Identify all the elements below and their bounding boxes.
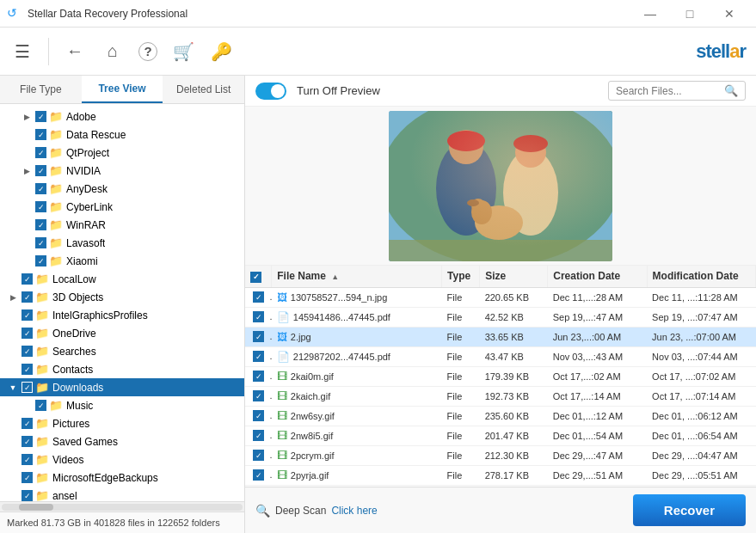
tree-item[interactable]: ✓📁ansel (0, 487, 244, 501)
tree-checkbox[interactable]: ✓ (35, 165, 46, 176)
row-checkbox[interactable]: ✓ (253, 390, 264, 401)
row-checkbox[interactable]: ✓ (253, 410, 264, 421)
expand-icon[interactable] (21, 237, 33, 249)
tree-item[interactable]: ✓📁Videos (0, 450, 244, 469)
tree-checkbox[interactable]: ✓ (35, 129, 46, 140)
tree-item[interactable]: ✓📁Pictures (0, 414, 244, 432)
expand-icon[interactable] (21, 400, 33, 412)
col-header-type[interactable]: Type (442, 266, 480, 287)
row-checkbox[interactable]: ✓ (253, 351, 264, 362)
expand-icon[interactable] (7, 418, 19, 430)
tree-checkbox[interactable]: ✓ (22, 490, 33, 501)
tree-item[interactable]: ▶✓📁NVIDIA (0, 162, 244, 180)
tree-checkbox[interactable]: ✓ (22, 328, 33, 339)
col-header-creation[interactable]: Creation Date (548, 266, 647, 287)
col-header-modified[interactable]: Modification Date (647, 266, 755, 287)
expand-icon[interactable] (21, 255, 33, 267)
tree-checkbox[interactable]: ✓ (22, 364, 33, 375)
preview-toggle[interactable] (255, 83, 286, 100)
maximize-button[interactable]: □ (670, 0, 710, 28)
tree-item[interactable]: ✓📁Contacts (0, 360, 244, 378)
col-header-filename[interactable]: File Name ▲ (272, 266, 442, 287)
tree-item[interactable]: ✓📁Saved Games (0, 432, 244, 450)
tree-item[interactable]: ▼✓📁Downloads (0, 378, 244, 396)
tree-checkbox[interactable]: ✓ (35, 237, 46, 248)
tree-item[interactable]: ✓📁LocalLow (0, 270, 244, 288)
row-checkbox[interactable]: ✓ (253, 469, 264, 481)
table-row[interactable]: ✓🖼130758527...594_n.jpgFile220.65 KBDec … (245, 287, 756, 307)
expand-icon[interactable] (21, 219, 33, 231)
tree-item[interactable]: ✓📁Data Rescue (0, 126, 244, 144)
click-here-link[interactable]: Click here (331, 505, 377, 517)
tree-checkbox[interactable]: ✓ (35, 255, 46, 266)
expand-icon[interactable]: ▶ (7, 291, 19, 303)
expand-icon[interactable] (21, 201, 33, 213)
expand-icon[interactable]: ▶ (21, 111, 33, 123)
expand-icon[interactable] (21, 183, 33, 195)
tab-deleted-list[interactable]: Deleted List (163, 76, 244, 103)
tree-item[interactable]: ✓📁WinRAR (0, 216, 244, 234)
tree-checkbox[interactable]: ✓ (35, 183, 46, 194)
select-all-checkbox[interactable]: ✓ (250, 272, 261, 283)
minimize-button[interactable]: — (630, 0, 670, 28)
tree-checkbox[interactable]: ✓ (22, 309, 33, 321)
row-checkbox[interactable]: ✓ (253, 450, 264, 461)
tree-checkbox[interactable]: ✓ (22, 436, 33, 447)
help-icon[interactable]: ? (138, 42, 157, 61)
recover-button[interactable]: Recover (633, 494, 746, 526)
expand-icon[interactable] (7, 472, 19, 484)
tree-checkbox[interactable]: ✓ (35, 219, 46, 230)
expand-icon[interactable] (7, 436, 19, 448)
tree-checkbox[interactable]: ✓ (35, 201, 46, 212)
tree-checkbox[interactable]: ✓ (22, 472, 33, 483)
expand-icon[interactable] (21, 147, 33, 159)
table-row[interactable]: ✓🎞2nw6sy.gifFile235.60 KBDec 01,...:12 A… (245, 406, 756, 426)
expand-icon[interactable]: ▼ (7, 382, 19, 394)
table-row[interactable]: ✓🖼2.jpgFile33.65 KBJun 23,...:00 AMJun 2… (245, 327, 756, 346)
tree-checkbox[interactable]: ✓ (35, 147, 46, 158)
cart-icon[interactable]: 🛒 (171, 40, 195, 64)
expand-icon[interactable] (7, 273, 19, 285)
tree-item[interactable]: ▶✓📁Adobe (0, 107, 244, 126)
tree-checkbox[interactable]: ✓ (35, 400, 46, 411)
row-checkbox[interactable]: ✓ (253, 291, 264, 303)
tree-item[interactable]: ✓📁Lavasoft (0, 234, 244, 252)
expand-icon[interactable] (7, 309, 19, 322)
table-row[interactable]: ✓📄212987202...47445.pdfFile43.47 KBNov 0… (245, 346, 756, 366)
tree-checkbox[interactable]: ✓ (22, 382, 33, 393)
tree-checkbox[interactable]: ✓ (22, 291, 33, 303)
tree-checkbox[interactable]: ✓ (22, 273, 33, 285)
expand-icon[interactable] (7, 328, 19, 340)
tab-file-type[interactable]: File Type (0, 76, 82, 103)
home-icon[interactable]: ⌂ (101, 40, 125, 64)
table-row[interactable]: ✓🎞2kaich.gifFile192.73 KBOct 17,...:14 A… (245, 386, 756, 406)
expand-icon[interactable] (7, 490, 19, 502)
expand-icon[interactable] (21, 129, 33, 141)
table-row[interactable]: ✓🎞2kai0m.gifFile179.39 KBOct 17,...:02 A… (245, 366, 756, 386)
back-icon[interactable]: ← (63, 40, 87, 64)
tree-checkbox[interactable]: ✓ (22, 454, 33, 465)
row-checkbox[interactable]: ✓ (253, 331, 264, 342)
key-icon[interactable]: 🔑 (209, 40, 233, 64)
search-input[interactable] (616, 85, 719, 97)
table-row[interactable]: ✓🎞2pyrja.gifFile278.17 KBDec 29,...:51 A… (245, 465, 756, 485)
close-button[interactable]: ✕ (710, 0, 749, 28)
expand-icon[interactable] (7, 454, 19, 466)
tree-item[interactable]: ✓📁Music (0, 396, 244, 414)
expand-icon[interactable]: ▶ (21, 165, 33, 177)
table-row[interactable]: ✓📄145941486...47445.pdfFile42.52 KBSep 1… (245, 307, 756, 327)
col-header-size[interactable]: Size (480, 266, 548, 287)
tree-item[interactable]: ✓📁Searches (0, 342, 244, 360)
menu-icon[interactable]: ☰ (10, 40, 34, 64)
tree-item[interactable]: ✓📁QtProject (0, 144, 244, 162)
tree-item[interactable]: ✓📁AnyDesk (0, 180, 244, 198)
tree-item[interactable]: ✓📁Xiaomi (0, 252, 244, 270)
tree-item[interactable]: ✓📁IntelGraphicsProfiles (0, 306, 244, 324)
tree-checkbox[interactable]: ✓ (35, 111, 46, 122)
tree-item[interactable]: ✓📁CyberLink (0, 198, 244, 216)
table-row[interactable]: ✓🎞2pcrym.gifFile212.30 KBDec 29,...:47 A… (245, 445, 756, 465)
tree-item[interactable]: ▶✓📁3D Objects (0, 288, 244, 306)
tree-item[interactable]: ✓📁MicrosoftEdgeBackups (0, 469, 244, 487)
row-checkbox[interactable]: ✓ (253, 371, 264, 382)
tab-tree-view[interactable]: Tree View (82, 76, 163, 103)
